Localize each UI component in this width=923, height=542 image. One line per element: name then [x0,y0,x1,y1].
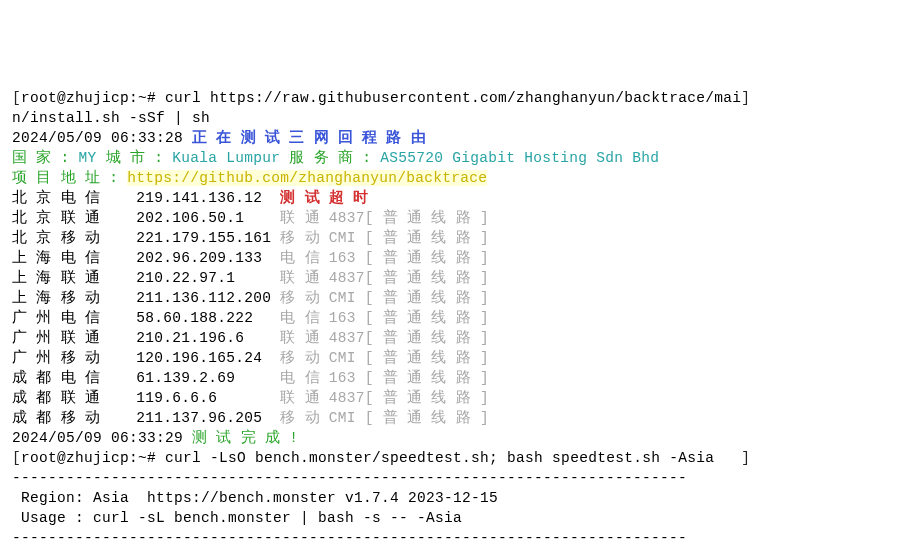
region: Region: Asia https://bench.monster v1.7.… [12,490,498,506]
route-type: 联 通 4837 [280,210,365,226]
route-type: 联 通 4837 [280,270,365,286]
route-row: 广 州 电 信 58.60.188.222 电 信 163 [ 普 通 线 路 … [12,308,911,328]
country-label: 国 家 : [12,150,79,166]
route-row: 北 京 电 信 219.141.136.12 测 试 超 时 [12,188,911,208]
route-ip: 119.6.6.6 [136,390,280,406]
route-type: 联 通 4837 [280,390,365,406]
country-value: MY [79,150,106,166]
timestamp: 2024/05/09 06:33:29 [12,430,192,446]
route-quality: [ 普 通 线 路 ] [365,270,489,286]
route-row: 广 州 移 动 120.196.165.24 移 动 CMI [ 普 通 线 路… [12,348,911,368]
route-ip: 219.141.136.12 [136,190,280,206]
divider: ----------------------------------------… [12,468,911,488]
route-name: 北 京 联 通 [12,210,136,226]
repo-line: 项 目 地 址 : https://github.com/zhanghanyun… [12,168,911,188]
route-type: 移 动 CMI [280,290,365,306]
isp-label: 服 务 商 : [289,150,380,166]
route-row: 北 京 移 动 221.179.155.161 移 动 CMI [ 普 通 线 … [12,228,911,248]
route-quality: [ 普 通 线 路 ] [365,310,489,326]
route-type: 电 信 163 [280,250,365,266]
route-quality: [ 普 通 线 路 ] [365,250,489,266]
path: :~# [129,90,165,106]
route-quality: [ 普 通 线 路 ] [365,290,489,306]
route-name: 北 京 移 动 [12,230,136,246]
route-row: 成 都 移 动 211.137.96.205 移 动 CMI [ 普 通 线 路… [12,408,911,428]
bracket-open: [ [12,450,21,466]
route-row: 上 海 联 通 210.22.97.1 联 通 4837[ 普 通 线 路 ] [12,268,911,288]
route-name: 成 都 联 通 [12,390,136,406]
route-ip: 202.96.209.133 [136,250,280,266]
city-value: Kuala Lumpur [172,150,289,166]
dash: ----------------------------------------… [12,470,687,486]
command-text: curl -LsO bench.monster/speedtest.sh; ba… [165,450,714,466]
repo-url: https://github.com/zhanghanyun/backtrace [127,170,487,186]
route-type: 电 信 163 [280,310,365,326]
route-name: 上 海 电 信 [12,250,136,266]
route-type: 测 试 超 时 [280,190,368,206]
bracket-close: ] [741,450,750,466]
route-quality: [ 普 通 线 路 ] [365,230,489,246]
geo-line: 国 家 : MY 城 市 : Kuala Lumpur 服 务 商 : AS55… [12,148,911,168]
route-name: 广 州 电 信 [12,310,136,326]
testing-label: 正 在 测 试 三 网 回 程 路 由 [192,130,426,146]
route-row: 北 京 联 通 202.106.50.1 联 通 4837[ 普 通 线 路 ] [12,208,911,228]
route-ip: 120.196.165.24 [136,350,280,366]
user-host: root@zhujicp [21,450,129,466]
usage: Usage : curl -sL bench.monster | bash -s… [12,510,462,526]
route-type: 电 信 163 [280,370,365,386]
usage-line: Usage : curl -sL bench.monster | bash -s… [12,508,911,528]
path: :~# [129,450,165,466]
route-type: 移 动 CMI [280,410,365,426]
route-name: 成 都 电 信 [12,370,136,386]
route-type: 联 通 4837 [280,330,365,346]
prompt-line-2: [root@zhujicp:~# curl -LsO bench.monster… [12,448,911,468]
dash: ----------------------------------------… [12,530,687,542]
done-line: 2024/05/09 06:33:29 测 试 完 成 ! [12,428,911,448]
route-ip: 210.22.97.1 [136,270,280,286]
terminal-output[interactable]: [root@zhujicp:~# curl https://raw.github… [12,88,911,542]
region-line: Region: Asia https://bench.monster v1.7.… [12,488,911,508]
prompt-line-1: [root@zhujicp:~# curl https://raw.github… [12,88,911,108]
route-name: 北 京 电 信 [12,190,136,206]
route-row: 成 都 电 信 61.139.2.69 电 信 163 [ 普 通 线 路 ] [12,368,911,388]
route-name: 广 州 联 通 [12,330,136,346]
bracket-open: [ [12,90,21,106]
route-ip: 61.139.2.69 [136,370,280,386]
repo-label: 项 目 地 址 : [12,170,127,186]
route-ip: 221.179.155.161 [136,230,280,246]
route-name: 上 海 联 通 [12,270,136,286]
route-row: 上 海 移 动 211.136.112.200 移 动 CMI [ 普 通 线 … [12,288,911,308]
route-row: 成 都 联 通 119.6.6.6 联 通 4837[ 普 通 线 路 ] [12,388,911,408]
route-quality: [ 普 通 线 路 ] [365,410,489,426]
timestamp: 2024/05/09 06:33:28 [12,130,192,146]
route-quality: [ 普 通 线 路 ] [365,390,489,406]
route-ip: 211.136.112.200 [136,290,280,306]
route-quality: [ 普 通 线 路 ] [365,210,489,226]
route-ip: 202.106.50.1 [136,210,280,226]
route-name: 上 海 移 动 [12,290,136,306]
command-text-cont: n/install.sh -sSf | sh [12,110,210,126]
route-ip: 211.137.96.205 [136,410,280,426]
done-label: 测 试 完 成 ! [192,430,298,446]
route-type: 移 动 CMI [280,350,365,366]
route-ip: 210.21.196.6 [136,330,280,346]
city-label: 城 市 : [106,150,173,166]
route-row: 广 州 联 通 210.21.196.6 联 通 4837[ 普 通 线 路 ] [12,328,911,348]
user-host: root@zhujicp [21,90,129,106]
route-name: 成 都 移 动 [12,410,136,426]
command-text: curl https://raw.githubusercontent.com/z… [165,90,741,106]
route-quality: [ 普 通 线 路 ] [365,370,489,386]
isp-value: AS55720 Gigabit Hosting Sdn Bhd [380,150,659,166]
testing-line: 2024/05/09 06:33:28 正 在 测 试 三 网 回 程 路 由 [12,128,911,148]
bracket-close: ] [741,90,750,106]
route-quality: [ 普 通 线 路 ] [365,350,489,366]
route-type: 移 动 CMI [280,230,365,246]
route-ip: 58.60.188.222 [136,310,280,326]
divider: ----------------------------------------… [12,528,911,542]
prompt-line-1b: n/install.sh -sSf | sh [12,108,911,128]
route-name: 广 州 移 动 [12,350,136,366]
route-quality: [ 普 通 线 路 ] [365,330,489,346]
route-row: 上 海 电 信 202.96.209.133 电 信 163 [ 普 通 线 路… [12,248,911,268]
